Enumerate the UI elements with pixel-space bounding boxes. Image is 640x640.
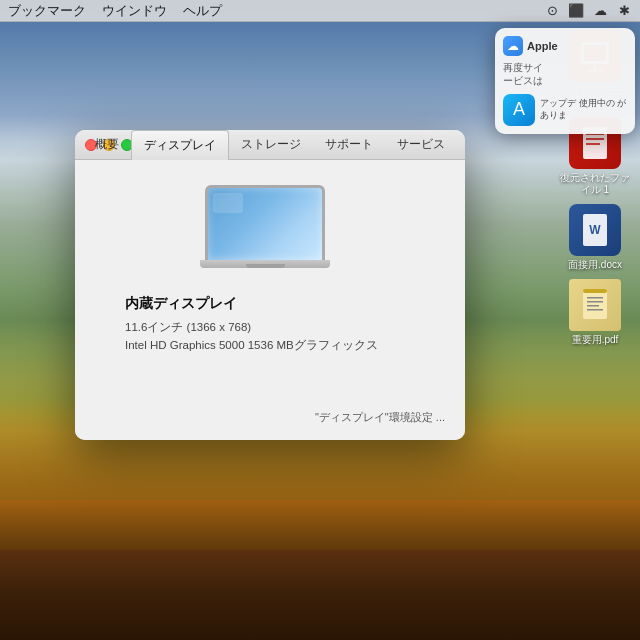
wifi-icon[interactable]: ⊙: [544, 3, 560, 19]
svg-rect-14: [587, 305, 599, 307]
wallpaper-ground: [0, 550, 640, 640]
window-content: 内蔵ディスプレイ 11.6インチ (1366 x 768) Intel HD G…: [75, 160, 465, 440]
tab-overview[interactable]: 概要: [83, 130, 131, 160]
notification-appstore: A アップデ 使用中の がありま: [503, 94, 627, 126]
svg-rect-11: [583, 289, 607, 293]
desktop-icon-label4: 重要用.pdf: [572, 334, 619, 346]
appstore-icon: A: [503, 94, 535, 126]
svg-rect-10: [583, 289, 607, 319]
menubar-items: ブックマーク ウインドウ ヘルプ: [8, 2, 222, 20]
laptop-screen: [205, 185, 325, 260]
notification-title: Apple: [527, 40, 558, 52]
laptop-base: [200, 260, 330, 268]
display-gpu: Intel HD Graphics 5000 1536 MBグラフィックス: [125, 336, 378, 354]
notification-header: ☁ Apple: [503, 36, 627, 56]
menu-bookmarks[interactable]: ブックマーク: [8, 2, 86, 20]
notification-body: 再度サイ ービスは: [503, 61, 627, 88]
svg-rect-13: [587, 301, 603, 303]
display-settings-link[interactable]: "ディスプレイ"環境設定 ...: [315, 410, 445, 425]
laptop-illustration: [205, 185, 335, 275]
window-titlebar: 概要 ディスプレイ ストレージ サポート サービス: [75, 130, 465, 160]
docx-icon: W: [569, 204, 621, 256]
svg-rect-7: [586, 143, 600, 145]
menubar: ブックマーク ウインドウ ヘルプ ⊙ ⬛ ☁ ✱: [0, 0, 640, 22]
desktop-icon-docx[interactable]: W 面接用.docx: [560, 204, 630, 271]
svg-text:W: W: [589, 223, 601, 237]
clock-icon: ⬛: [568, 3, 584, 19]
desktop-icon-label2: 復元されたファイル 1: [560, 172, 630, 196]
menubar-right: ⊙ ⬛ ☁ ✱: [544, 3, 632, 19]
tab-display[interactable]: ディスプレイ: [131, 130, 229, 160]
menu-window[interactable]: ウインドウ: [102, 2, 167, 20]
cloud-icon[interactable]: ☁: [592, 3, 608, 19]
notification-popup: ☁ Apple 再度サイ ービスは A アップデ 使用中の がありま: [495, 28, 635, 134]
bluetooth-icon[interactable]: ✱: [616, 3, 632, 19]
tab-support[interactable]: サポート: [313, 130, 385, 160]
sysinfo-window: 概要 ディスプレイ ストレージ サポート サービス 内蔵ディスプレイ 11.6イ…: [75, 130, 465, 440]
display-title: 内蔵ディスプレイ: [125, 295, 378, 313]
display-resolution: 11.6インチ (1366 x 768): [125, 318, 378, 336]
desktop-icon-label3: 面接用.docx: [568, 259, 622, 271]
desktop: ブックマーク ウインドウ ヘルプ ⊙ ⬛ ☁ ✱ ☁ Apple 再度サイ ービ…: [0, 0, 640, 640]
notification-appstore-text: アップデ 使用中の がありま: [540, 98, 627, 121]
svg-rect-6: [586, 138, 604, 140]
svg-rect-15: [587, 309, 603, 311]
menu-help[interactable]: ヘルプ: [183, 2, 222, 20]
display-info: 内蔵ディスプレイ 11.6インチ (1366 x 768) Intel HD G…: [125, 295, 378, 355]
desktop-icon-pdf[interactable]: 重要用.pdf: [560, 279, 630, 346]
notification-apple-icon: ☁: [503, 36, 523, 56]
pdf-icon: [569, 279, 621, 331]
svg-rect-12: [587, 297, 603, 299]
window-tabs: 概要 ディスプレイ ストレージ サポート サービス: [83, 130, 457, 159]
tab-storage[interactable]: ストレージ: [229, 130, 313, 160]
tab-service[interactable]: サービス: [385, 130, 457, 160]
